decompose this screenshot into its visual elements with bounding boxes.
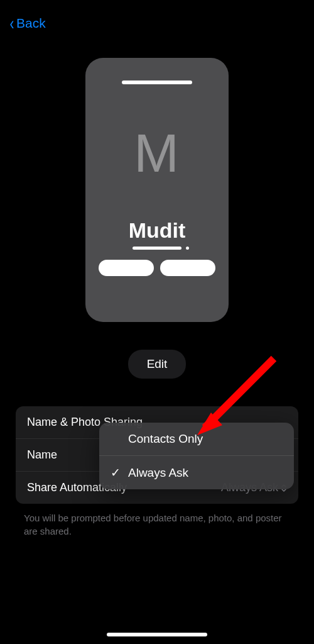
- home-indicator-icon[interactable]: [107, 633, 207, 636]
- option-contacts-only[interactable]: Contacts Only: [99, 423, 294, 456]
- checkmark-icon: ✓: [111, 465, 128, 480]
- back-button[interactable]: ‹ Back: [9, 14, 46, 33]
- poster-initial: M: [134, 122, 180, 184]
- footer-text: You will be prompted before updated name…: [24, 511, 290, 538]
- poster-notch-icon: [122, 80, 192, 84]
- poster-pill-icon: [160, 260, 215, 276]
- option-label: Contacts Only: [128, 432, 203, 446]
- option-always-ask[interactable]: ✓ Always Ask: [99, 456, 294, 489]
- row-label: Name: [27, 448, 57, 462]
- contact-poster-preview[interactable]: M Mudit: [85, 58, 229, 322]
- poster-pill-row: [99, 260, 215, 276]
- nav-bar: ‹ Back: [0, 0, 314, 39]
- poster-container: M Mudit: [0, 58, 314, 322]
- edit-button[interactable]: Edit: [128, 350, 187, 379]
- poster-underline-icon: [133, 247, 181, 250]
- poster-pill-icon: [99, 260, 154, 276]
- edit-label: Edit: [147, 357, 168, 370]
- option-label: Always Ask: [128, 466, 188, 480]
- poster-name: Mudit: [129, 218, 186, 243]
- chevron-left-icon: ‹: [10, 14, 14, 33]
- share-automatically-popover: Contacts Only ✓ Always Ask: [99, 423, 294, 489]
- back-label: Back: [16, 16, 46, 31]
